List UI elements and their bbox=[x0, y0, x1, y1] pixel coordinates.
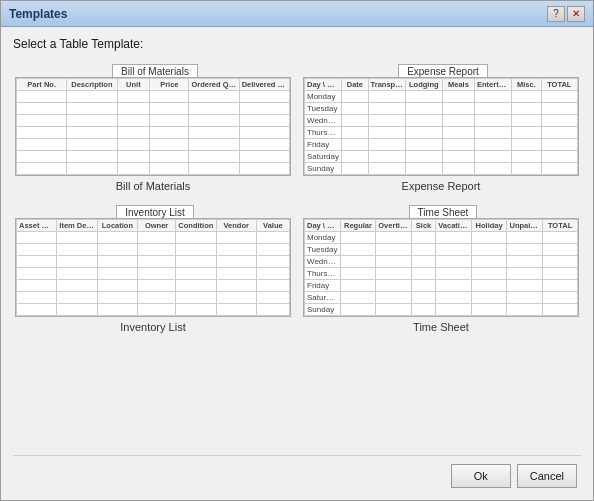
template-name-time-sheet: Time Sheet bbox=[413, 321, 469, 333]
dialog-label: Select a Table Template: bbox=[13, 37, 581, 51]
cancel-button[interactable]: Cancel bbox=[517, 464, 577, 488]
close-button[interactable]: ✕ bbox=[567, 6, 585, 22]
template-preview-expense-report: Day \ ExpenseDateTransportationLodgingMe… bbox=[303, 77, 579, 176]
help-button[interactable]: ? bbox=[547, 6, 565, 22]
template-name-expense-report: Expense Report bbox=[402, 180, 481, 192]
templates-dialog: Templates ? ✕ Select a Table Template: B… bbox=[0, 0, 594, 501]
template-tab-inventory-list: Inventory List bbox=[112, 204, 193, 218]
template-tab-expense-report: Expense Report bbox=[394, 63, 488, 77]
template-tab-time-sheet: Time Sheet bbox=[405, 204, 478, 218]
template-preview-inventory-list: Asset NumberItem DescriptionLocationOwne… bbox=[15, 218, 291, 317]
template-item-inventory-list[interactable]: Inventory ListAsset NumberItem Descripti… bbox=[15, 204, 291, 333]
template-item-time-sheet[interactable]: Time SheetDay \ HoursRegularOvertimeSick… bbox=[303, 204, 579, 333]
template-tab-bill-of-materials: Bill of Materials bbox=[108, 63, 198, 77]
dialog-content: Select a Table Template: Bill of Materia… bbox=[1, 27, 593, 500]
template-preview-bill-of-materials: Part No.DescriptionUnitPriceOrdered Qty.… bbox=[15, 77, 291, 176]
template-item-expense-report[interactable]: Expense ReportDay \ ExpenseDateTransport… bbox=[303, 63, 579, 192]
templates-grid: Bill of MaterialsPart No.DescriptionUnit… bbox=[13, 59, 581, 337]
templates-area: Bill of MaterialsPart No.DescriptionUnit… bbox=[13, 59, 581, 455]
title-bar-buttons: ? ✕ bbox=[547, 6, 585, 22]
template-item-bill-of-materials[interactable]: Bill of MaterialsPart No.DescriptionUnit… bbox=[15, 63, 291, 192]
ok-button[interactable]: Ok bbox=[451, 464, 511, 488]
template-name-inventory-list: Inventory List bbox=[120, 321, 185, 333]
title-bar-text: Templates bbox=[9, 7, 547, 21]
dialog-footer: Ok Cancel bbox=[13, 455, 581, 492]
template-name-bill-of-materials: Bill of Materials bbox=[116, 180, 191, 192]
scroll-container[interactable]: Bill of MaterialsPart No.DescriptionUnit… bbox=[13, 59, 581, 455]
template-preview-time-sheet: Day \ HoursRegularOvertimeSickVacationHo… bbox=[303, 218, 579, 317]
title-bar: Templates ? ✕ bbox=[1, 1, 593, 27]
